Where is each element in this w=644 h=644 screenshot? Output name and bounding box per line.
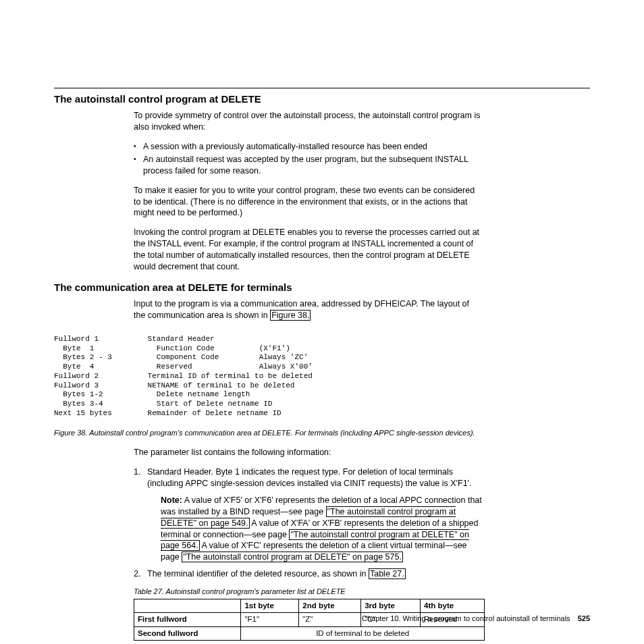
- paragraph: Input to the program is via a communicat…: [134, 298, 482, 321]
- section-heading-2: The communication area at DELETE for ter…: [54, 281, 590, 294]
- table-header-cell: [134, 599, 241, 613]
- top-rule: [54, 88, 590, 88]
- figure-code-block: Fullword 1 Standard Header Byte 1 Functi…: [54, 335, 590, 419]
- note-block: Note: A value of X'F5' or X'F6' represen…: [161, 495, 482, 563]
- cross-ref-link[interactable]: "The autoinstall control program at DELE…: [182, 552, 403, 562]
- table-header-cell: 4th byte: [421, 599, 485, 613]
- list-item: 1. Standard Header. Byte 1 indicates the…: [134, 466, 482, 563]
- page: The autoinstall control program at DELET…: [0, 0, 644, 644]
- section-heading-1: The autoinstall control program at DELET…: [54, 92, 590, 106]
- table-header-cell: 3rd byte: [361, 599, 421, 613]
- item-number: 1.: [134, 466, 140, 478]
- figure-caption: Figure 38. Autoinstall control program's…: [54, 428, 590, 438]
- item-number: 2.: [134, 568, 140, 580]
- paragraph: To make it easier for you to write your …: [134, 185, 482, 219]
- text: Standard Header. Byte 1 indicates the re…: [147, 467, 471, 488]
- text: The terminal identifier of the deleted r…: [147, 569, 369, 579]
- bullet-list: A session with a previously automaticall…: [134, 141, 482, 177]
- table-caption: Table 27. Autoinstall control program's …: [134, 587, 482, 597]
- table-header-cell: 1st byte: [241, 599, 299, 613]
- paragraph: To provide symmetry of control over the …: [134, 110, 482, 133]
- section1-body: To provide symmetry of control over the …: [134, 110, 482, 273]
- list-item: A session with a previously automaticall…: [134, 141, 482, 153]
- page-footer: Chapter 10. Writing a program to control…: [54, 614, 590, 624]
- chapter-label: Chapter 10. Writing a program to control…: [362, 614, 570, 622]
- numbered-list: 1. Standard Header. Byte 1 indicates the…: [134, 466, 482, 580]
- table-header-cell: 2nd byte: [299, 599, 361, 613]
- section2-intro: Input to the program is via a communicat…: [134, 298, 482, 321]
- section2-body: The parameter list contains the followin…: [134, 447, 482, 641]
- note-label: Note:: [161, 495, 182, 505]
- table-cell: ID of terminal to be deleted: [241, 626, 485, 641]
- table-header-row: 1st byte 2nd byte 3rd byte 4th byte: [134, 599, 485, 613]
- paragraph: The parameter list contains the followin…: [134, 447, 482, 458]
- paragraph: Invoking the control program at DELETE e…: [134, 227, 482, 273]
- table-cell: Second fullword: [134, 626, 241, 641]
- page-number: 525: [578, 614, 590, 622]
- list-item: 2. The terminal identifier of the delete…: [134, 568, 482, 580]
- table-link[interactable]: Table 27.: [369, 568, 406, 579]
- list-item: An autoinstall request was accepted by t…: [134, 154, 482, 177]
- table-row: Second fullword ID of terminal to be del…: [134, 626, 485, 641]
- figure-link[interactable]: Figure 38.: [270, 310, 311, 321]
